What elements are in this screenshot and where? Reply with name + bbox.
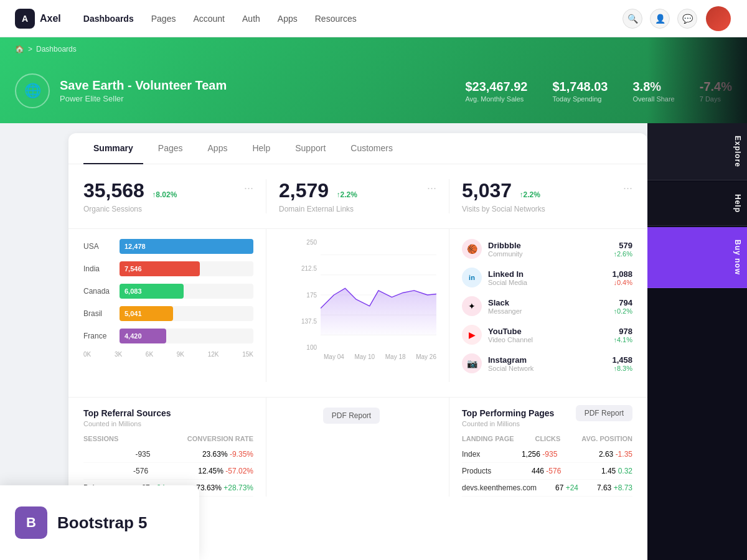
social-item-linkedin: in Linked In Social Media 1,088 ↓0.4% bbox=[462, 268, 632, 287]
social-change: ↑2.6% bbox=[613, 250, 632, 258]
bar-fill: 4,420 bbox=[120, 329, 166, 343]
social-item-slack: ✦ Slack Messanger 794 ↑0.2% bbox=[462, 296, 632, 316]
social-stats: 794 ↑0.2% bbox=[613, 298, 632, 315]
more-options-icon[interactable]: ··· bbox=[427, 182, 436, 195]
metric-organic-sessions: 35,568 ↑8.02% ··· Organic Sessions bbox=[83, 179, 266, 213]
dribbble-icon: 🏀 bbox=[462, 239, 482, 259]
tab-help[interactable]: Help bbox=[242, 133, 280, 164]
dark-overlay bbox=[647, 37, 747, 123]
social-networks-section: 🏀 Dribbble Community 579 ↑2.6% in bbox=[449, 229, 632, 382]
tab-customers[interactable]: Customers bbox=[341, 133, 403, 164]
col-landing: Landing Page bbox=[462, 435, 514, 442]
nav-menu: Dashboards Pages Account Auth Apps Resou… bbox=[76, 10, 364, 27]
bar-chart-section: USA 12,478 India bbox=[83, 229, 266, 382]
nav-item-resources[interactable]: Resources bbox=[308, 10, 364, 27]
tab-apps[interactable]: Apps bbox=[198, 133, 238, 164]
social-count: 579 bbox=[613, 241, 632, 250]
col-position: Avg. Position bbox=[581, 435, 632, 442]
bar-track: 4,420 bbox=[120, 329, 253, 343]
breadcrumb-current: Dashboards bbox=[36, 45, 77, 54]
slack-icon: ✦ bbox=[462, 296, 482, 316]
social-sub: Messanger bbox=[488, 307, 607, 315]
card-header: Top Referral Sources Counted in Millions bbox=[83, 408, 253, 427]
table-row: -576 12.45% -57.02% bbox=[83, 463, 253, 480]
social-item-youtube: ▶ YouTube Video Channel 978 ↑4.1% bbox=[462, 325, 632, 345]
social-count: 794 bbox=[613, 298, 632, 307]
nav-item-pages[interactable]: Pages bbox=[144, 10, 184, 27]
more-options-icon[interactable]: ··· bbox=[244, 182, 253, 195]
hero-text: Save Earth - Volunteer Team Power Elite … bbox=[60, 78, 227, 103]
help-button[interactable]: Help bbox=[647, 182, 747, 226]
pdf-report-card: PDF Report bbox=[266, 398, 449, 497]
cell-sessions: -576 bbox=[133, 467, 148, 475]
social-stats: 1,088 ↓0.4% bbox=[612, 269, 632, 286]
search-button[interactable]: 🔍 bbox=[622, 9, 642, 29]
social-count: 1,088 bbox=[612, 269, 632, 279]
buy-now-button[interactable]: Buy now bbox=[647, 227, 747, 288]
country-label: USA bbox=[83, 242, 115, 251]
bar-row-usa: USA 12,478 bbox=[83, 239, 253, 254]
social-info: Instagram Social Network bbox=[488, 355, 606, 372]
charts-row: USA 12,478 India bbox=[68, 229, 647, 397]
breadcrumb: 🏠 > Dashboards bbox=[15, 45, 732, 54]
bar-row-france: France 4,420 bbox=[83, 329, 253, 343]
brand-name: Axel bbox=[40, 13, 61, 24]
metric-badge: ↑2.2% bbox=[337, 190, 357, 199]
messages-button[interactable]: 💬 bbox=[677, 9, 697, 29]
social-change: ↑8.3% bbox=[612, 365, 632, 372]
table-row: -935 23.63% -9.35% bbox=[83, 446, 253, 463]
table-row: devs.keenthemes.com 67 +24 7.63 +8.73 bbox=[462, 480, 632, 497]
bar-fill: 12,478 bbox=[120, 239, 253, 254]
nav-item-apps[interactable]: Apps bbox=[270, 10, 305, 27]
social-change: ↓0.4% bbox=[612, 279, 632, 286]
social-item-dribbble: 🏀 Dribbble Community 579 ↑2.6% bbox=[462, 239, 632, 259]
brand[interactable]: A Axel bbox=[15, 9, 61, 29]
nav-item-auth[interactable]: Auth bbox=[235, 10, 268, 27]
table-header: Landing Page Clicks Avg. Position bbox=[462, 435, 632, 442]
metrics-grid: 35,568 ↑8.02% ··· Organic Sessions 2,579… bbox=[68, 164, 647, 229]
social-sub: Video Channel bbox=[488, 336, 607, 343]
line-chart-svg bbox=[321, 239, 436, 351]
bar-track: 5,041 bbox=[120, 306, 253, 321]
country-label: France bbox=[83, 332, 115, 340]
social-name: Dribbble bbox=[488, 241, 607, 250]
metric-value: 2,579 bbox=[279, 179, 329, 202]
card-subtitle: Counted in Millions bbox=[462, 420, 554, 427]
social-count: 978 bbox=[613, 327, 632, 336]
more-options-icon[interactable]: ··· bbox=[623, 182, 632, 195]
social-name: Linked In bbox=[488, 269, 606, 279]
bar-value: 5,041 bbox=[125, 310, 142, 317]
social-sub: Social Network bbox=[488, 365, 606, 372]
nav-item-account[interactable]: Account bbox=[186, 10, 232, 27]
hero-section: 🏠 > Dashboards 🌐 Save Earth - Volunteer … bbox=[0, 37, 747, 123]
country-label: Brasil bbox=[83, 309, 115, 318]
bootstrap-watermark: B Bootstrap 5 bbox=[0, 485, 199, 560]
hero-title: Save Earth - Volunteer Team bbox=[60, 78, 227, 93]
table-header: Sessions Conversion Rate bbox=[83, 435, 253, 442]
pdf-report-button[interactable]: PDF Report bbox=[323, 408, 380, 424]
stat-monthly-sales: $23,467.92 Avg. Monthly Sales bbox=[465, 80, 527, 103]
tab-pages[interactable]: Pages bbox=[148, 133, 193, 164]
metric-value: 35,568 bbox=[83, 179, 144, 202]
social-change: ↑4.1% bbox=[613, 336, 632, 343]
metric-badge: ↑2.2% bbox=[520, 190, 540, 199]
chart-wrapper: 250 212.5 175 137.5 100 bbox=[301, 239, 436, 360]
nav-item-dashboards[interactable]: Dashboards bbox=[76, 10, 141, 27]
hero-logo: 🌐 bbox=[15, 73, 50, 108]
notification-button[interactable]: 👤 bbox=[650, 9, 670, 29]
tab-summary[interactable]: Summary bbox=[83, 133, 143, 164]
user-avatar[interactable] bbox=[705, 5, 732, 32]
instagram-icon: 📷 bbox=[462, 353, 482, 373]
metric-domain-links: 2,579 ↑2.2% ··· Domain External Links bbox=[266, 179, 449, 213]
col-clicks: Clicks bbox=[535, 435, 560, 442]
metric-badge: ↑8.02% bbox=[152, 190, 177, 199]
explore-button[interactable]: Explore bbox=[647, 123, 747, 180]
social-sub: Social Media bbox=[488, 279, 606, 286]
bar-fill: 5,041 bbox=[120, 306, 173, 321]
social-change: ↑0.2% bbox=[613, 307, 632, 315]
pdf-report-button-2[interactable]: PDF Report bbox=[576, 405, 632, 421]
social-name: YouTube bbox=[488, 327, 607, 336]
tab-support[interactable]: Support bbox=[285, 133, 336, 164]
social-name: Instagram bbox=[488, 355, 606, 365]
bar-value: 6,083 bbox=[125, 287, 142, 295]
